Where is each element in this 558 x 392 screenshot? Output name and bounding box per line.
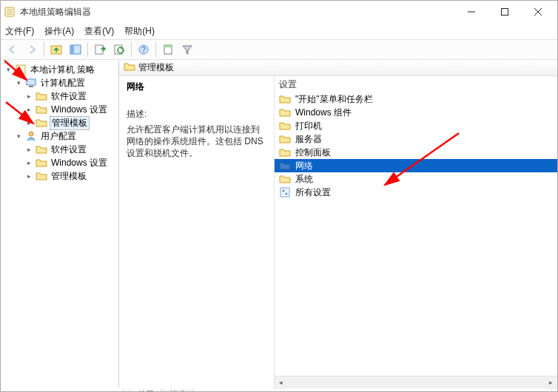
folder-icon xyxy=(36,170,47,182)
policy-icon xyxy=(15,64,27,75)
content-area: ▾ 本地计算机 策略 ▾ 计算机配置 ▸ 软件设置 ▸ Windows 设置 ▸… xyxy=(1,60,557,388)
tree-windows-settings-1[interactable]: ▸ Windows 设置 xyxy=(4,103,118,116)
list-row[interactable]: Windows 组件 xyxy=(275,106,557,119)
path-title: 管理模板 xyxy=(138,61,174,74)
expand-icon[interactable]: ▸ xyxy=(24,106,33,113)
window-controls xyxy=(454,1,554,22)
folder-icon xyxy=(279,120,291,132)
list-row[interactable]: 打印机 xyxy=(275,119,557,132)
menu-view[interactable]: 查看(V) xyxy=(84,25,114,38)
expand-icon[interactable]: ▸ xyxy=(24,172,33,180)
back-button[interactable] xyxy=(4,41,21,58)
menu-help[interactable]: 帮助(H) xyxy=(124,25,155,38)
expand-icon[interactable]: ▾ xyxy=(14,132,23,140)
svg-rect-5 xyxy=(95,45,103,54)
svg-rect-11 xyxy=(164,45,172,47)
description-pane: 网络 描述: 允许配置客户端计算机用以连接到网络的操作系统组件。这包括 DNS … xyxy=(119,76,275,388)
export-button[interactable] xyxy=(91,41,109,58)
tree-software-settings-2[interactable]: ▸ 软件设置 xyxy=(4,143,118,156)
expand-icon[interactable]: ▸ xyxy=(24,119,33,126)
list-row[interactable]: 所有设置 xyxy=(275,186,557,199)
list-items[interactable]: "开始"菜单和任务栏Windows 组件打印机服务器控制面板网络系统所有设置 xyxy=(275,92,557,376)
folder-icon xyxy=(279,107,291,118)
all-settings-icon xyxy=(279,186,291,198)
folder-icon xyxy=(279,133,291,145)
folder-icon xyxy=(279,160,291,172)
list-row-label: Windows 组件 xyxy=(295,107,352,119)
list-row-label: 控制面板 xyxy=(295,146,331,159)
list-header[interactable]: 设置 xyxy=(275,76,557,92)
folder-icon xyxy=(279,93,291,105)
svg-point-17 xyxy=(283,190,285,192)
close-button[interactable] xyxy=(521,1,554,22)
properties-button[interactable] xyxy=(159,41,177,58)
tree-label: 管理模板 xyxy=(50,116,90,130)
description-title: 网络 xyxy=(127,81,266,93)
folder-icon xyxy=(124,61,135,75)
tree-admin-templates-2[interactable]: ▸ 管理模板 xyxy=(4,169,118,183)
svg-rect-14 xyxy=(29,86,33,87)
folder-icon xyxy=(36,117,47,129)
list-column: 设置 "开始"菜单和任务栏Windows 组件打印机服务器控制面板网络系统所有设… xyxy=(275,76,557,388)
list-row[interactable]: 系统 xyxy=(275,172,557,186)
minimize-button[interactable] xyxy=(454,1,488,22)
tree-label: 软件设置 xyxy=(50,143,88,156)
horizontal-scrollbar[interactable]: ◂ ▸ xyxy=(275,376,557,388)
forward-button[interactable] xyxy=(23,41,41,58)
help-button[interactable]: ? xyxy=(135,41,152,58)
svg-rect-4 xyxy=(70,45,74,54)
folder-icon xyxy=(279,146,291,158)
svg-rect-16 xyxy=(280,188,289,197)
tree-label: 本地计算机 策略 xyxy=(29,64,96,76)
app-icon xyxy=(4,6,16,18)
folder-icon xyxy=(279,173,291,185)
tree-user-config[interactable]: ▾ 用户配置 xyxy=(4,129,118,143)
list-row[interactable]: 服务器 xyxy=(275,132,557,146)
scroll-track[interactable] xyxy=(287,376,545,389)
svg-text:?: ? xyxy=(141,46,146,54)
description-label: 描述: xyxy=(127,108,266,121)
tree-pane[interactable]: ▾ 本地计算机 策略 ▾ 计算机配置 ▸ 软件设置 ▸ Windows 设置 ▸… xyxy=(1,60,119,388)
computer-icon xyxy=(25,77,37,89)
tree-label: 软件设置 xyxy=(50,90,88,103)
folder-icon xyxy=(36,157,47,169)
expand-icon[interactable]: ▾ xyxy=(4,66,13,73)
up-button[interactable] xyxy=(47,41,65,58)
folder-icon xyxy=(36,90,47,102)
list-row-label: 打印机 xyxy=(295,120,322,132)
list-row-label: 所有设置 xyxy=(295,186,331,199)
tree-software-settings-1[interactable]: ▸ 软件设置 xyxy=(4,89,118,103)
window-title: 本地组策略编辑器 xyxy=(20,6,454,18)
maximize-button[interactable] xyxy=(488,1,521,22)
menu-file[interactable]: 文件(F) xyxy=(5,25,34,38)
right-pane: 管理模板 网络 描述: 允许配置客户端计算机用以连接到网络的操作系统组件。这包括… xyxy=(119,60,557,388)
tree-windows-settings-2[interactable]: ▸ Windows 设置 xyxy=(4,156,118,169)
tree-label: Windows 设置 xyxy=(50,157,109,169)
svg-point-15 xyxy=(29,132,33,136)
path-bar: 管理模板 xyxy=(119,60,557,76)
list-row[interactable]: "开始"菜单和任务栏 xyxy=(275,92,557,106)
svg-rect-13 xyxy=(27,79,36,85)
menu-action[interactable]: 操作(A) xyxy=(44,25,74,38)
tab-standard[interactable]: 标准 xyxy=(161,389,194,392)
list-row[interactable]: 网络 xyxy=(275,159,557,172)
expand-icon[interactable]: ▸ xyxy=(24,146,33,153)
refresh-button[interactable] xyxy=(110,41,128,58)
scroll-right-button[interactable]: ▸ xyxy=(545,376,557,389)
tab-extended[interactable]: 扩展 xyxy=(130,389,162,392)
scroll-left-button[interactable]: ◂ xyxy=(275,376,287,389)
user-icon xyxy=(25,130,37,142)
tree-label: 管理模板 xyxy=(50,170,88,183)
tree-computer-config[interactable]: ▾ 计算机配置 xyxy=(4,76,118,89)
svg-rect-12 xyxy=(16,65,25,74)
tree-root[interactable]: ▾ 本地计算机 策略 xyxy=(4,63,118,76)
filter-button[interactable] xyxy=(178,41,196,58)
description-text: 允许配置客户端计算机用以连接到网络的操作系统组件。这包括 DNS 设置和脱机文件… xyxy=(127,124,266,159)
show-hide-tree-button[interactable] xyxy=(67,41,84,58)
list-row[interactable]: 控制面板 xyxy=(275,146,557,159)
expand-icon[interactable]: ▾ xyxy=(14,79,23,87)
expand-icon[interactable]: ▸ xyxy=(24,92,33,100)
list-row-label: "开始"菜单和任务栏 xyxy=(295,93,373,106)
expand-icon[interactable]: ▸ xyxy=(24,159,33,166)
tree-admin-templates-1[interactable]: ▸ 管理模板 xyxy=(4,116,118,129)
